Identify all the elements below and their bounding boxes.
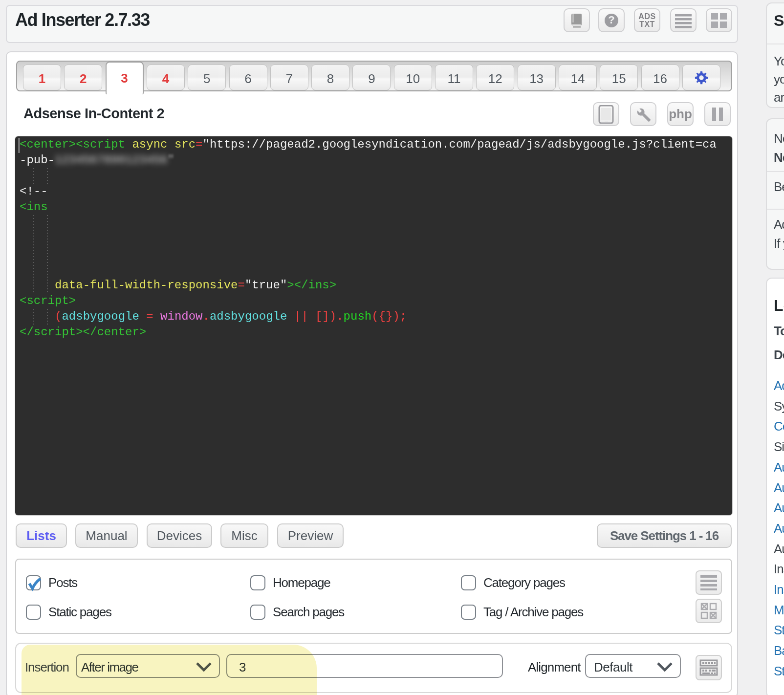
- svg-text:?: ?: [608, 14, 614, 26]
